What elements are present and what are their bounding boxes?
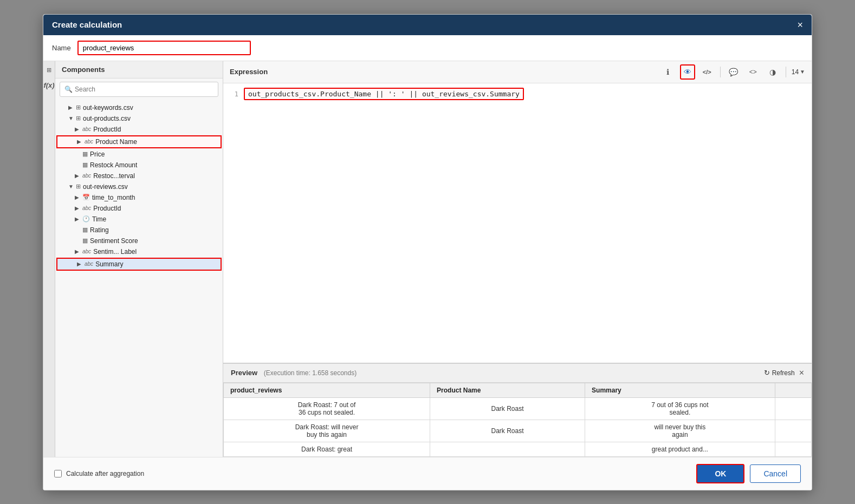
refresh-button[interactable]: ↻ Refresh (764, 369, 795, 377)
tree-item-out-keywords[interactable]: ▶ ⊞ out-keywords.csv (55, 102, 223, 113)
clock-icon: 🕐 (82, 215, 90, 222)
expression-code[interactable]: out_products_csv.Product_Name || ': ' ||… (244, 88, 524, 100)
table-row: Dark Roast: great great product and... (224, 442, 812, 456)
name-label: Name (52, 44, 71, 52)
search-icon: 🔍 (64, 86, 73, 93)
tree-item-out-reviews[interactable]: ▼ ⊞ out-reviews.csv (55, 181, 223, 192)
tree-label-time-to-month: time_to_month (92, 194, 135, 201)
expand-arrow-summary: ▶ (77, 261, 85, 267)
abc-icon-pname: abc (85, 139, 93, 145)
tree-item-sentim-label[interactable]: ▶ abc Sentim... Label (55, 246, 223, 257)
expand-arrow-products: ▼ (68, 115, 76, 121)
refresh-icon: ↻ (764, 369, 770, 377)
expand-arrow: ▶ (68, 104, 76, 110)
footer-right: OK Cancel (696, 464, 801, 483)
tree-item-product-name[interactable]: ▶ abc Product Name (56, 135, 222, 148)
cell-pn-1: Dark Roast (430, 397, 585, 420)
table-icon-reviews: ⊞ (76, 183, 81, 190)
function-icon-btn[interactable]: f(x) (43, 80, 55, 91)
cancel-button[interactable]: Cancel (750, 464, 801, 483)
cell-s-2: will never buy thisagain (585, 420, 775, 442)
tree-label-restock-interval: Restoc...terval (93, 172, 135, 180)
tree-container: ▶ ⊞ out-keywords.csv ▼ ⊞ out-products.cs… (55, 100, 223, 457)
expand-arrow-ttm: ▶ (75, 194, 82, 200)
info-icon-btn[interactable]: ℹ (660, 64, 676, 80)
tree-item-time[interactable]: ▶ 🕐 Time (55, 214, 223, 225)
calculate-after-aggregation-checkbox[interactable] (54, 470, 62, 477)
footer-left: Calculate after aggregation (54, 470, 144, 477)
table-icon-btn[interactable]: ⊞ (43, 64, 55, 76)
brackets-icon-btn[interactable]: <> (746, 64, 761, 80)
font-size-dropdown[interactable]: ▼ (800, 69, 805, 75)
close-preview-button[interactable]: × (799, 368, 804, 378)
contrast-icon-btn[interactable]: ◑ (765, 64, 780, 80)
dialog-title: Create calculation (52, 20, 122, 29)
cell-pn-3 (430, 442, 585, 456)
table-icon: ⊞ (76, 104, 81, 111)
expand-arrow-pid2: ▶ (75, 205, 82, 211)
tree-label-out-products: out-products.csv (83, 115, 131, 122)
comment-icon-btn[interactable]: 💬 (726, 64, 741, 80)
expression-panel: Expression ℹ 👁 </> 💬 <> ◑ 14 ▼ (223, 61, 812, 363)
preview-title-row: Preview (Execution time: 1.658 seconds) (231, 369, 357, 377)
cell-empty-1 (775, 397, 811, 420)
tree-item-rating[interactable]: ▶ ▦ Rating (55, 225, 223, 235)
tree-label-sentim-label: Sentim... Label (93, 248, 137, 256)
preview-execution-time: (Execution time: 1.658 seconds) (264, 369, 357, 377)
preview-title: Preview (231, 369, 257, 377)
cell-pr-3: Dark Roast: great (224, 442, 430, 456)
tree-item-price[interactable]: ▶ ▦ Price (55, 149, 223, 160)
abc-icon-pid1: abc (82, 126, 91, 132)
tree-item-restock-amount[interactable]: ▶ ▦ Restock Amount (55, 160, 223, 171)
close-dialog-button[interactable]: × (797, 20, 803, 30)
ok-button[interactable]: OK (696, 464, 744, 483)
expand-arrow-slabel: ▶ (75, 248, 82, 254)
expression-label: Expression (230, 68, 268, 76)
create-calculation-dialog: Create calculation × Name ⊞ f(x) Compone… (43, 14, 812, 490)
line-number-1: 1 (228, 90, 244, 98)
dialog-body: ⊞ f(x) Components 🔍 ▶ ⊞ out-keywords.csv… (43, 61, 812, 457)
measure-icon-rating: ▦ (82, 226, 88, 233)
tree-label-price: Price (90, 150, 105, 158)
calendar-icon: 📅 (82, 194, 90, 201)
expand-arrow-rinterval: ▶ (75, 173, 82, 179)
name-row: Name (43, 35, 812, 61)
col-header-empty (775, 383, 811, 397)
tree-item-time-to-month[interactable]: ▶ 📅 time_to_month (55, 192, 223, 203)
search-box[interactable]: 🔍 (60, 82, 218, 97)
cell-empty-2 (775, 420, 811, 442)
abc-icon-slabel: abc (82, 248, 91, 254)
abc-icon-summary: abc (85, 261, 93, 267)
tree-item-productid-1[interactable]: ▶ abc ProductId (55, 124, 223, 135)
refresh-label: Refresh (772, 369, 795, 377)
dialog-titlebar: Create calculation × (43, 15, 812, 35)
eye-icon-btn[interactable]: 👁 (680, 64, 695, 80)
calculate-after-aggregation-label: Calculate after aggregation (66, 470, 144, 477)
cell-pn-2: Dark Roast (430, 420, 585, 442)
tree-label-productid-1: ProductId (93, 126, 121, 133)
code-icon-btn[interactable]: </> (699, 64, 715, 80)
tree-item-out-products[interactable]: ▼ ⊞ out-products.csv (55, 113, 223, 124)
preview-table-header-row: product_reviews Product Name Summary (224, 383, 812, 397)
preview-table: product_reviews Product Name Summary Dar… (223, 383, 812, 457)
tree-label-out-reviews: out-reviews.csv (83, 183, 128, 191)
left-icon-bar: ⊞ f(x) (43, 61, 55, 457)
cell-s-1: 7 out of 36 cups notsealed. (585, 397, 775, 420)
search-input[interactable] (75, 86, 213, 93)
tree-item-productid-2[interactable]: ▶ abc ProductId (55, 203, 223, 214)
components-panel-header: Components (55, 61, 223, 78)
preview-actions: ↻ Refresh × (764, 368, 804, 378)
tree-item-summary[interactable]: ▶ abc Summary (56, 258, 222, 271)
cell-s-3: great product and... (585, 442, 775, 456)
cell-pr-1: Dark Roast: 7 out of36 cups not sealed. (224, 397, 430, 420)
tree-item-sentiment-score[interactable]: ▶ ▦ Sentiment Score (55, 235, 223, 246)
name-input[interactable] (77, 41, 251, 55)
tree-item-restock-interval[interactable]: ▶ abc Restoc...terval (55, 171, 223, 181)
toolbar-divider-2 (786, 67, 786, 77)
components-panel: Components 🔍 ▶ ⊞ out-keywords.csv ▼ ⊞ ou… (55, 61, 223, 457)
code-area[interactable]: 1 out_products_csv.Product_Name || ': ' … (223, 83, 812, 363)
expand-arrow-reviews: ▼ (68, 184, 76, 189)
tree-label-restock-amount: Restock Amount (90, 161, 137, 169)
font-size-value: 14 (792, 68, 799, 76)
expand-arrow-time: ▶ (75, 216, 82, 222)
